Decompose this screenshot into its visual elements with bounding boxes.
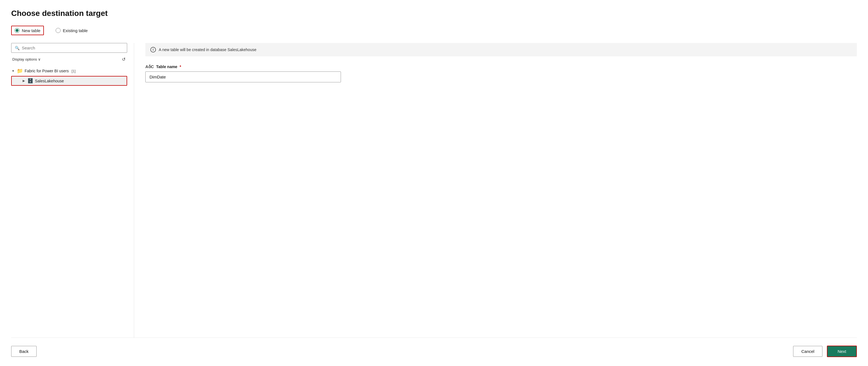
workspace-name: Fabric for Power BI users xyxy=(25,69,69,73)
tree-lakehouse-item[interactable]: ▶ 🗄️ SalesLakehouse xyxy=(11,76,127,86)
new-table-radio[interactable] xyxy=(14,28,20,33)
existing-table-radio[interactable] xyxy=(56,28,61,33)
info-banner: i A new table will be created in databas… xyxy=(145,43,857,56)
lakehouse-name: SalesLakehouse xyxy=(35,79,64,83)
table-name-field-icon: AǒC xyxy=(145,64,154,69)
existing-table-radio-label[interactable]: Existing table xyxy=(53,26,91,35)
next-button[interactable]: Next xyxy=(827,345,857,357)
refresh-icon: ↺ xyxy=(122,57,125,62)
footer: Back Cancel Next xyxy=(11,337,857,357)
search-icon: 🔍 xyxy=(15,46,20,50)
back-button[interactable]: Back xyxy=(11,346,37,357)
chevron-down-icon: ∨ xyxy=(38,57,41,61)
workspace-folder-icon: 📁 xyxy=(17,68,23,74)
table-name-label: Table name xyxy=(156,65,178,69)
display-options-label: Display options xyxy=(12,57,37,61)
right-panel: i A new table will be created in databas… xyxy=(134,43,857,337)
tree-scroll[interactable]: ▼ 📁 Fabric for Power BI users [1] ▶ 🗄️ S… xyxy=(11,66,127,337)
destination-type-group: New table Existing table xyxy=(11,26,857,35)
tree-workspace-item[interactable]: ▼ 📁 Fabric for Power BI users [1] xyxy=(11,66,127,75)
workspace-collapse-arrow: ▼ xyxy=(11,69,15,73)
footer-right: Cancel Next xyxy=(793,345,857,357)
search-input[interactable] xyxy=(22,45,124,50)
existing-table-label: Existing table xyxy=(63,28,88,33)
display-options-button[interactable]: Display options ∨ xyxy=(11,57,42,62)
workspace-badge: [1] xyxy=(71,69,75,73)
lakehouse-db-icon: 🗄️ xyxy=(27,78,33,84)
page-title: Choose destination target xyxy=(11,9,857,18)
info-icon: i xyxy=(150,47,156,53)
table-name-field-label: AǒC Table name * xyxy=(145,64,857,69)
left-panel: 🔍 Display options ∨ ↺ ▼ 📁 Fabric for Pow… xyxy=(11,43,134,337)
lakehouse-expand-arrow: ▶ xyxy=(22,79,26,82)
refresh-button[interactable]: ↺ xyxy=(120,56,127,63)
table-name-input[interactable] xyxy=(145,71,341,82)
required-indicator: * xyxy=(180,65,181,69)
info-message: A new table will be created in database … xyxy=(159,47,256,52)
cancel-button[interactable]: Cancel xyxy=(793,346,823,357)
new-table-radio-label[interactable]: New table xyxy=(11,26,44,35)
new-table-label: New table xyxy=(22,28,40,33)
search-box: 🔍 xyxy=(11,43,127,53)
main-content: 🔍 Display options ∨ ↺ ▼ 📁 Fabric for Pow… xyxy=(11,43,857,337)
tree-area: ▼ 📁 Fabric for Power BI users [1] ▶ 🗄️ S… xyxy=(11,66,127,337)
display-options-row: Display options ∨ ↺ xyxy=(11,56,127,63)
